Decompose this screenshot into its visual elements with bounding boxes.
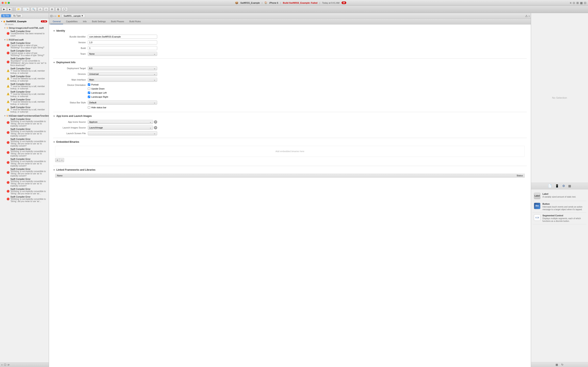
lf-toggle[interactable]: ▼ [53,169,55,171]
error-nsdate-5[interactable]: 🔴 Swift Compiler Error 'NSString' is not… [0,157,49,167]
err-label-rf5: Swift Compiler Error [10,75,47,77]
error-rssfeed-8[interactable]: ⚠️ Swift Compiler Error '?' must be foll… [0,98,49,106]
file-row-nsdate[interactable]: ▼ S NSDate+dateFromInternetDateTimeStrin… [0,114,49,117]
nav-back-btn[interactable]: ‹ [53,14,54,17]
app-icons-gear-btn[interactable]: ⚙ [154,120,157,124]
error-rssfeed-9[interactable]: ⚠️ Swift Compiler Error '?' must be foll… [0,106,49,113]
footer-info-btn[interactable]: ⓘ [4,363,6,367]
identity-toggle[interactable]: ▼ [53,30,55,32]
rp-footer-grid-icon[interactable]: ▦ [555,363,558,366]
rp-item-segmented[interactable]: 1 | 2 Segmented Control Displays multipl… [533,213,586,224]
tab-capabilities[interactable]: Capabilities [63,19,80,24]
nav-error-btn[interactable]: ⚠ [525,14,528,17]
search-btn[interactable]: 🔍 [31,7,37,11]
build-input[interactable] [88,46,157,50]
footer-filter-btn[interactable]: ⟳ [8,364,9,366]
deployment-toggle[interactable]: ▼ [53,61,55,64]
rp-item-button[interactable]: Btn Button Intercepts touch events and s… [533,201,586,213]
warn-btn[interactable]: ⚠ [38,7,43,11]
error-nsdate-1[interactable]: 🔴 Swift Compiler Error 'NSString' is not… [0,117,49,127]
comment-btn[interactable]: 💬 [62,7,68,11]
app-icons-toggle[interactable]: ▼ [53,115,55,117]
embedded-binaries-header: ▼ Embedded Binaries [53,141,527,143]
by-file-btn[interactable]: By File [1,14,11,17]
deployment-target-select[interactable]: 8.0 [88,66,157,70]
by-type-btn[interactable]: By Type [12,14,23,17]
hide-status-bar-checkbox[interactable] [88,106,90,109]
portrait-checkbox[interactable] [88,83,90,86]
tab-info[interactable]: Info [80,19,89,24]
file-row-string[interactable]: ▼ S String+imageLinksFromHTML.swift [0,26,49,30]
error-nsdate-8[interactable]: 🔴 Swift Compiler Error 'NSString' is not… [0,187,49,195]
project-nav-bar: ⊡ ‹ › ◼ SwiftRS...xample ▼ ⚠ › [49,13,531,19]
rp-footer-refresh-icon[interactable]: ↻ [561,363,563,366]
error-rssfeed-4[interactable]: ⚠️ Swift Compiler Error '?' must be foll… [0,67,49,75]
rp-settings-icon[interactable]: ⚙ [562,184,565,188]
error-nsdate-7[interactable]: 🔴 Swift Compiler Error 'NSString' is not… [0,177,49,187]
err-msg-nd1: 'NSString' is not implicitly convertible… [10,120,47,127]
error-row-1[interactable]: 🔴 Swift Compiler Error 'countElements' h… [0,30,49,37]
tab-general[interactable]: General [50,19,63,24]
diamond-btn[interactable]: ◇ [44,7,49,11]
launch-screen-file-select[interactable] [88,131,157,135]
project-selector[interactable]: SwiftRS...xample ▼ [62,14,85,18]
nav-forward-btn[interactable]: › [55,14,56,17]
add-file-btn[interactable]: 📄+ [22,7,30,11]
main-interface-select[interactable]: Main [88,78,157,82]
sidebar-toggle-btn[interactable]: ⊡ [50,14,53,17]
no-selection-label: No Selection [552,96,567,99]
maximize-button[interactable] [8,2,10,4]
error-nsdate-6[interactable]: 🔴 Swift Compiler Error 'NSString' is not… [0,167,49,177]
tab-build-phases[interactable]: Build Phases [109,19,127,24]
panel-icon[interactable]: ▦ [580,1,583,4]
footer-add-btn[interactable]: + [1,364,3,366]
rp-file-icon[interactable]: 📄 [548,184,552,188]
embedded-remove-btn[interactable]: − [60,158,64,162]
nav-next-btn[interactable]: › [528,14,530,17]
error-nsdate-9[interactable]: 🔴 Swift Compiler Error 'NSString' is not… [0,195,49,203]
devices-select[interactable]: Universal [88,72,157,76]
error-rssfeed-1[interactable]: 🔴 Swift Compiler Error Cannot assign a v… [0,42,49,49]
tab-build-settings[interactable]: Build Settings [89,19,108,24]
launch-images-select[interactable]: LaunchImage [88,125,153,130]
bundle-id-input[interactable] [88,35,157,39]
version-input[interactable] [88,40,157,44]
landscape-left-checkbox[interactable] [88,92,90,94]
app-icons-select[interactable]: AppIcon [88,120,153,124]
error-nsdate-2[interactable]: 🔴 Swift Compiler Error 'NSString' is not… [0,127,49,137]
show-folder-btn[interactable]: 📁 [16,7,22,11]
minimize-button[interactable] [5,2,7,4]
error-nsdate-3[interactable]: 🔴 Swift Compiler Error 'NSString' is not… [0,137,49,147]
right-panel-footer: ▦ ↻ [531,362,588,367]
error-rssfeed-5[interactable]: ⚠️ Swift Compiler Error '?' must be foll… [0,75,49,82]
landscape-right-checkbox[interactable] [88,96,90,98]
root-project-row[interactable]: ▼ ◼ SwiftRSS_Example ⚠ 58 [0,20,49,23]
error-rssfeed-3[interactable]: 🔴 Swift Compiler Error 'AnyObject?' is n… [0,57,49,67]
err-msg-rf6: '?' must be followed by a call, member l… [10,85,47,90]
launch-images-gear-btn[interactable]: ⚙ [154,126,157,129]
link-btn[interactable]: ⛓ [55,7,61,11]
tab-build-rules[interactable]: Build Rules [127,19,143,24]
inspect-icon[interactable]: ⊙ [573,1,575,4]
rp-phone-icon[interactable]: 📱 [555,184,559,188]
error-nsdate-4[interactable]: 🔴 Swift Compiler Error 'NSString' is not… [0,147,49,157]
error-rssfeed-2[interactable]: 🔴 Swift Compiler Error Cannot assign a v… [0,49,49,57]
close-button[interactable] [2,2,4,4]
rp-grid-icon[interactable]: ▦ [568,184,571,188]
upside-down-checkbox[interactable] [88,87,90,90]
expand-icon-string: ▼ [4,27,6,29]
stop-button[interactable]: ■ [7,7,12,11]
error-rssfeed-7[interactable]: ⚠️ Swift Compiler Error '?' must be foll… [0,90,49,98]
fullscreen-icon[interactable]: ⊡ [584,1,586,4]
status-bar-style-select[interactable]: Default [88,100,157,105]
team-select[interactable]: None [88,52,157,56]
file-row-rssfeed[interactable]: ▼ S RSSFeed.swift [0,38,49,42]
error-rssfeed-6[interactable]: ⚠️ Swift Compiler Error '?' must be foll… [0,82,49,90]
run-button[interactable]: ▶ [2,7,7,11]
split-icon[interactable]: ⊞ [576,1,579,4]
cols-btn[interactable]: ⊟ [49,7,54,11]
embedded-add-btn[interactable]: + [55,158,60,162]
rp-item-label[interactable]: Label Label A variably sized amount of s… [533,191,586,201]
list-view-icon[interactable]: ≡ [570,1,571,4]
eb-toggle[interactable]: ▼ [53,141,55,143]
